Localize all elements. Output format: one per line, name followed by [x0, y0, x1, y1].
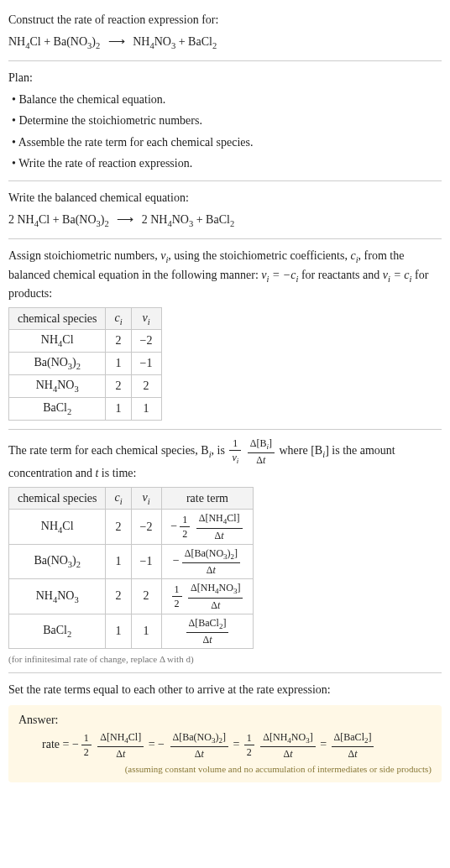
divider	[8, 238, 442, 239]
frac-num: Δ[NH4NO3]	[260, 732, 315, 747]
equals-icon: =	[149, 738, 155, 750]
frac-term: Δ[Ba(NO3)2]Δt	[182, 548, 240, 575]
frac-den: Δt	[186, 633, 229, 645]
frac-half: 12	[172, 584, 182, 609]
frac-den: Δt	[248, 453, 275, 465]
cell-ci: 2	[106, 579, 131, 614]
answer-label: Answer:	[18, 714, 432, 727]
frac-half: 12	[81, 733, 92, 757]
plan-item-2: • Determine the stoichiometric numbers.	[12, 112, 442, 129]
stoichiometry-table: chemical species ci νi NH4Cl 2 −2 Ba(NO3…	[8, 307, 162, 421]
set-equal-text: Set the rate terms equal to each other t…	[8, 682, 442, 698]
equals-icon: =	[62, 738, 69, 750]
nu-i: νi	[160, 249, 168, 262]
frac-term-4: Δ[BaCl2]Δt	[332, 732, 374, 759]
cell-species: Ba(NO3)2	[9, 353, 106, 375]
table-row: NH4Cl 2 −2 −12 Δ[NH4Cl]Δt	[9, 510, 254, 544]
frac-num: Δ[NH4Cl]	[97, 732, 144, 747]
frac-one-over-nu: 1 νi	[229, 438, 241, 465]
cell-nui: −1	[131, 544, 161, 578]
cell-nui: 2	[131, 375, 161, 398]
frac-den: 2	[180, 527, 190, 539]
frac-num: 1	[180, 515, 190, 527]
rate-term-table: chemical species ci νi rate term NH4Cl 2…	[8, 487, 254, 649]
balanced-heading: Write the balanced chemical equation:	[8, 190, 442, 207]
frac-den: Δt	[332, 747, 374, 759]
frac-num: Δ[Ba(NO3)2]	[170, 732, 228, 747]
cell-ci: 2	[106, 375, 131, 398]
table-row: BaCl2 1 1 Δ[BaCl2]Δt	[9, 614, 254, 648]
frac-num: Δ[Ba(NO3)2]	[182, 548, 240, 563]
col-species: chemical species	[9, 307, 106, 330]
cell-species: NH4Cl	[9, 330, 106, 353]
frac-term-3: Δ[NH4NO3]Δt	[260, 732, 315, 759]
cell-nui: −1	[131, 353, 161, 375]
frac-num: 1	[244, 733, 254, 745]
c-i: ci	[350, 249, 358, 262]
cell-rate-term: Δ[BaCl2]Δt	[161, 614, 254, 648]
frac-num: 1	[229, 438, 241, 451]
frac-term-2: Δ[Ba(NO3)2]Δt	[170, 732, 228, 759]
rule-reactants: νi = −ci	[261, 269, 298, 281]
col-ci: ci	[106, 487, 131, 510]
plan-item-1: • Balance the chemical equation.	[12, 92, 442, 108]
table-row: Ba(NO3)2 1 −1 −Δ[Ba(NO3)2]Δt	[9, 544, 254, 578]
cell-nui: 1	[131, 614, 161, 648]
frac-half: 12	[180, 515, 190, 539]
frac-den: Δt	[260, 747, 315, 759]
frac-half: 12	[244, 733, 254, 757]
frac-term-1: Δ[NH4Cl]Δt	[97, 732, 144, 759]
table-row: NH4NO3 2 2	[9, 375, 162, 398]
frac-term: Δ[NH4NO3]Δt	[188, 583, 243, 609]
minus-icon: −	[173, 554, 180, 567]
col-nui: νi	[131, 487, 161, 510]
cell-nui: −2	[131, 510, 161, 544]
answer-box: Answer: rate = −12 Δ[NH4Cl]Δt = − Δ[Ba(N…	[8, 705, 442, 782]
equals-icon: =	[320, 738, 327, 750]
arrow-icon: ⟶	[117, 213, 133, 226]
plan-item-4: • Write the rate of reaction expression.	[12, 155, 442, 172]
cell-rate-term: 12 Δ[NH4NO3]Δt	[161, 579, 254, 614]
cell-rate-term: −Δ[Ba(NO3)2]Δt	[161, 544, 254, 578]
frac-dB-dt: Δ[Bi] Δt	[248, 438, 275, 465]
balanced-products: 2 NH4NO3 + BaCl2	[142, 213, 234, 226]
answer-note: (assuming constant volume and no accumul…	[18, 764, 432, 774]
col-nui: νi	[131, 307, 161, 330]
rate-term-paragraph: The rate term for each chemical species,…	[8, 438, 442, 482]
frac-num: Δ[BaCl2]	[332, 732, 374, 747]
cell-ci: 1	[106, 614, 131, 648]
cell-nui: 1	[131, 397, 161, 420]
frac-den: 2	[81, 745, 92, 757]
frac-den: 2	[172, 597, 182, 609]
frac-num: 1	[172, 584, 182, 597]
table-header-row: chemical species ci νi	[9, 307, 162, 330]
rate-text-5: is time:	[98, 467, 136, 479]
cell-ci: 1	[106, 544, 131, 578]
table-row: NH4Cl 2 −2	[9, 330, 162, 353]
assign-text-1: Assign stoichiometric numbers,	[8, 249, 160, 262]
frac-num: Δ[NH4Cl]	[196, 513, 243, 528]
table-row: NH4NO3 2 2 12 Δ[NH4NO3]Δt	[9, 579, 254, 614]
frac-num: Δ[NH4NO3]	[188, 583, 243, 598]
divider	[8, 180, 442, 181]
cell-species: BaCl2	[9, 614, 106, 648]
cell-ci: 1	[106, 353, 131, 375]
col-rate-term: rate term	[161, 487, 254, 510]
divider	[8, 429, 442, 430]
table-header-row: chemical species ci νi rate term	[9, 487, 254, 510]
minus-icon: −	[72, 738, 79, 750]
plan-item-3: • Assemble the rate term for each chemic…	[12, 134, 442, 151]
frac-den: Δt	[188, 599, 243, 610]
rate-text-1: The rate term for each chemical species,…	[8, 444, 209, 457]
assign-text-4: for reactants and	[298, 269, 382, 281]
balanced-equation: 2 NH4Cl + Ba(NO3)2 ⟶ 2 NH4NO3 + BaCl2	[8, 212, 442, 230]
table-row: Ba(NO3)2 1 −1	[9, 353, 162, 375]
col-ci: ci	[106, 307, 131, 330]
cell-species: NH4Cl	[9, 510, 106, 544]
cell-ci: 1	[106, 397, 131, 420]
rate-expression: rate = −12 Δ[NH4Cl]Δt = − Δ[Ba(NO3)2]Δt …	[18, 732, 432, 759]
footnote: (for infinitesimal rate of change, repla…	[8, 654, 442, 664]
intro-title: Construct the rate of reaction expressio…	[8, 12, 442, 29]
assign-text-2: , using the stoichiometric coefficients,	[168, 249, 350, 262]
assign-paragraph: Assign stoichiometric numbers, νi, using…	[8, 248, 442, 302]
